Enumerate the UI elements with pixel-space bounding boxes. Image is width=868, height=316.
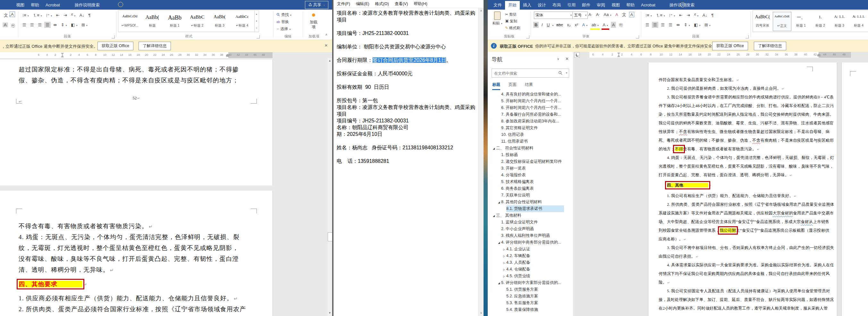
show-marks-icon[interactable]: ¶ bbox=[87, 12, 92, 18]
paragraph-dialog-launcher[interactable] bbox=[112, 35, 115, 38]
nav-item[interactable]: ◢三、 其他材料 bbox=[488, 212, 573, 219]
nav-item[interactable]: 2. 递交投标保证金证明材料复印件 bbox=[488, 158, 573, 165]
right-page-1[interactable]: 件符合国家有关食品质量安全和卫生标准。↵2. 我公司提供的是新鲜肉类，如发现为冷… bbox=[648, 63, 837, 316]
clear-format-icon[interactable]: A bbox=[614, 11, 620, 18]
style-chip-正文[interactable]: AaBbCcDdE↵正文 bbox=[773, 12, 792, 31]
style-chip-标题 3[interactable]: AaBb(标题 3 bbox=[209, 12, 230, 30]
expanded-triangle-icon[interactable]: ◢ bbox=[497, 280, 501, 286]
nav-item[interactable]: 5.4. 质量保障措施 bbox=[488, 306, 573, 313]
nav-item[interactable]: 8. 参加政府采购活动前3年内在... bbox=[488, 118, 573, 125]
scroll-thumb[interactable] bbox=[328, 232, 333, 241]
left-scrollbar[interactable]: ▲ ▼ bbox=[327, 58, 333, 316]
collapsed-triangle-icon[interactable]: ▷ bbox=[502, 266, 506, 273]
notepad-text[interactable]: 项目名称：凌源市义务教育学校营养改善计划肉类、鸡蛋采购项目 项目编号：JH25-… bbox=[337, 10, 478, 164]
addins-button[interactable]: 加载项 bbox=[306, 12, 321, 30]
find-button[interactable]: 查找▾ bbox=[275, 11, 293, 18]
asian-layout-icon[interactable]: ᴬ︠▾ bbox=[692, 12, 700, 19]
nav-item[interactable]: 7. 关联单位说明 bbox=[488, 192, 573, 199]
get-office-button[interactable]: 获取正版 Office bbox=[712, 42, 748, 50]
asian-layout-icon[interactable]: ᴬ︠▾ bbox=[69, 12, 76, 19]
bold-icon[interactable]: B bbox=[533, 22, 539, 28]
align-right-icon[interactable]: ☰ bbox=[36, 22, 43, 28]
nav-item[interactable]: 6. 商务条款偏离表 bbox=[488, 185, 573, 192]
style-chip-标题 2[interactable]: AaBbC↵标题 2 bbox=[187, 12, 208, 30]
scroll-up-icon[interactable]: ∧ bbox=[479, 8, 484, 13]
notepad-menu-查看(V)[interactable]: 查看(V) bbox=[392, 0, 411, 7]
ribbon-tab-Acrobat[interactable]: Acrobat bbox=[638, 0, 659, 7]
tab-selector[interactable] bbox=[574, 52, 580, 58]
nav-item[interactable]: ▷4.5. 供货业绩 bbox=[488, 273, 573, 280]
left-page-2[interactable]: 不得含有毒、有害物质或者被有害物质污染。↵4. 鸡蛋：无斑点、无污染，个体均匀，… bbox=[0, 191, 273, 316]
search-icon[interactable] bbox=[558, 71, 562, 75]
style-chip-标题 2[interactable]: 1.标题 2 bbox=[811, 12, 829, 30]
enclose-characters-icon[interactable]: ㊥ bbox=[618, 22, 624, 28]
nav-item[interactable]: 11. 信用承诺书 bbox=[488, 138, 573, 145]
line-spacing-icon[interactable]: ⇕▾ bbox=[60, 22, 68, 29]
nav-item[interactable]: 5.2. 应急措施方案 bbox=[488, 293, 573, 299]
justify-icon[interactable]: ☰ bbox=[44, 22, 51, 28]
replace-button[interactable]: ab 替换 bbox=[275, 19, 290, 25]
enclose-characters-icon[interactable]: ㊥ bbox=[10, 23, 17, 29]
style-chip-四号宋体[interactable]: AaBbC(四号宋体 bbox=[753, 12, 772, 30]
nav-item[interactable]: 2. 中小企业声明函 bbox=[488, 226, 573, 232]
paste-button[interactable]: 粘贴▾ bbox=[491, 11, 504, 26]
nav-item[interactable]: ▷4.4. 仓储配备 bbox=[488, 266, 573, 273]
close-nav-icon[interactable]: ✕ bbox=[565, 56, 569, 61]
phonetic-guide-icon[interactable]: 文 bbox=[621, 11, 627, 18]
grow-font-icon[interactable]: Aˆ bbox=[587, 11, 593, 18]
style-chip-标题 3[interactable]: A: 1.1.标题 3 bbox=[831, 12, 848, 30]
show-marks-icon[interactable]: ¶ bbox=[710, 12, 715, 18]
strikethrough-icon[interactable]: abc bbox=[555, 22, 564, 28]
style-chip-标题[interactable]: AaBb(标题 bbox=[142, 12, 162, 30]
nav-item[interactable]: ▷4.3. 人员配备 bbox=[488, 259, 573, 266]
nav-item[interactable]: ◢5. 评分细则中方案部分需提供的... bbox=[488, 280, 573, 286]
align-center-icon[interactable]: ☰ bbox=[652, 22, 658, 28]
left-page-1[interactable]: 超过国家限定标准；不得是出自母猪、病死、毒死或者死因不明的猪；不得掺假、掺杂、伪… bbox=[0, 60, 273, 186]
sort-icon[interactable]: A↓ bbox=[701, 12, 709, 18]
notepad-menu-编辑(E)[interactable]: 编辑(E) bbox=[353, 0, 372, 7]
cut-button[interactable]: ✂ 剪切 bbox=[505, 12, 520, 17]
multilevel-list-icon[interactable]: ⁝⁼▾ bbox=[668, 12, 676, 19]
style-chip-WPSOf...[interactable]: AaBbCcDd↵WPSOf... bbox=[120, 12, 140, 30]
nav-tab-标题[interactable]: 标题 bbox=[492, 82, 500, 90]
ribbon-tab-布局[interactable]: 布局 bbox=[549, 0, 564, 8]
bullets-icon[interactable]: ⁝≡▾ bbox=[21, 12, 30, 19]
numbering-icon[interactable]: ⒈≡▾ bbox=[31, 12, 43, 19]
share-button[interactable]: 共享 ▾ bbox=[305, 1, 328, 9]
ribbon-tab-审阅[interactable]: 审阅 bbox=[593, 0, 608, 8]
borders-icon[interactable]: ⊞▾ bbox=[703, 22, 712, 29]
nav-item[interactable]: 1. 投标函 bbox=[488, 152, 573, 158]
expanded-triangle-icon[interactable]: ◢ bbox=[497, 199, 501, 206]
learn-more-button[interactable]: 了解详细信息 bbox=[138, 42, 171, 50]
nav-item[interactable]: 10. 信用记录 bbox=[488, 131, 573, 138]
font-size-select[interactable]: 五号▾ bbox=[572, 11, 588, 19]
ribbon-tab-引用[interactable]: 引用 bbox=[564, 0, 579, 8]
close-warning-icon[interactable]: ✕ bbox=[324, 43, 328, 48]
ribbon-tab-设计[interactable]: 设计 bbox=[534, 0, 549, 8]
line-spacing-icon[interactable]: ⇕▾ bbox=[683, 22, 691, 29]
shrink-font-icon[interactable]: Aˇ bbox=[595, 11, 601, 18]
scroll-up-icon[interactable]: ▲ bbox=[328, 58, 332, 63]
scroll-down-icon[interactable]: ∨ bbox=[479, 311, 484, 316]
nav-item[interactable]: 5.3. 售后服务方案 bbox=[488, 299, 573, 306]
select-button[interactable]: ☞ 选择▾ bbox=[275, 26, 292, 32]
font-name-select[interactable]: 宋体▾ bbox=[534, 11, 573, 19]
ribbon-tab-帮助[interactable]: 帮助 bbox=[623, 0, 638, 8]
nav-item[interactable]: 3. 残疾人福利性单位声明函 bbox=[488, 232, 573, 239]
nav-item[interactable]: 4. 分项报价表 bbox=[488, 172, 573, 179]
align-center-icon[interactable]: ☰ bbox=[29, 22, 35, 28]
superscript-icon[interactable]: x² bbox=[573, 22, 580, 28]
font-color-icon[interactable]: A▾ bbox=[601, 22, 610, 30]
nav-item[interactable]: 3. 开标一览表 bbox=[488, 165, 573, 172]
left-ruler[interactable]: 6422468101214161820222426283032343638404… bbox=[0, 52, 332, 58]
chevron-down-icon[interactable]: ∨ bbox=[557, 57, 559, 61]
styles-dialog-launcher[interactable] bbox=[256, 35, 260, 38]
menu-item-Acrobat[interactable]: Acrobat bbox=[42, 0, 63, 7]
right-ruler[interactable]: 6422468101214161820222426283032343638404… bbox=[573, 52, 868, 58]
notepad-menu-文件(F)[interactable]: 文件(F) bbox=[334, 0, 353, 7]
nav-item[interactable]: 5.1. 供货服务方案 bbox=[488, 286, 573, 293]
nav-item[interactable]: 8.1. 货物需求承诺书 bbox=[488, 206, 573, 212]
nav-item[interactable]: ◢二、 符合性证明材料 bbox=[488, 145, 573, 152]
left-document-area[interactable]: 超过国家限定标准；不得是出自母猪、病死、毒死或者死因不明的猪；不得掺假、掺杂、伪… bbox=[0, 58, 327, 316]
shading-icon[interactable]: ◧▾ bbox=[692, 22, 702, 29]
